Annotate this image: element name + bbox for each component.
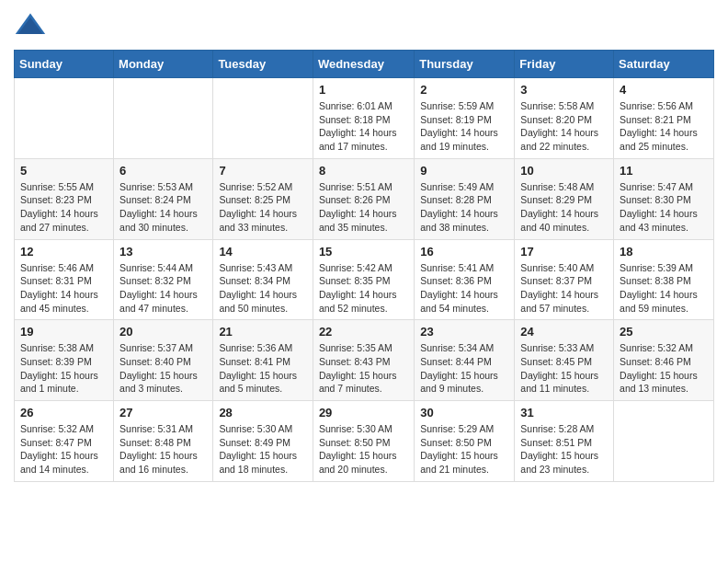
calendar-cell	[114, 78, 213, 159]
header-tuesday: Tuesday	[213, 51, 313, 78]
calendar-cell: 9Sunrise: 5:49 AM Sunset: 8:28 PM Daylig…	[415, 158, 515, 239]
day-info: Sunrise: 5:44 AM Sunset: 8:32 PM Dayligh…	[119, 261, 207, 316]
day-info: Sunrise: 5:28 AM Sunset: 8:51 PM Dayligh…	[520, 422, 608, 477]
day-number: 6	[119, 164, 207, 178]
day-number: 14	[219, 245, 307, 259]
day-info: Sunrise: 5:53 AM Sunset: 8:24 PM Dayligh…	[119, 180, 207, 235]
calendar-cell	[614, 401, 714, 482]
calendar-cell: 18Sunrise: 5:39 AM Sunset: 8:38 PM Dayli…	[614, 239, 714, 320]
day-info: Sunrise: 5:48 AM Sunset: 8:29 PM Dayligh…	[520, 180, 608, 235]
day-number: 11	[620, 164, 708, 178]
logo	[14, 9, 51, 42]
day-number: 23	[420, 325, 508, 339]
day-info: Sunrise: 5:59 AM Sunset: 8:19 PM Dayligh…	[420, 99, 508, 154]
calendar-cell: 11Sunrise: 5:47 AM Sunset: 8:30 PM Dayli…	[614, 158, 714, 239]
day-number: 16	[420, 245, 508, 259]
calendar-cell: 25Sunrise: 5:32 AM Sunset: 8:46 PM Dayli…	[614, 320, 714, 401]
day-info: Sunrise: 5:33 AM Sunset: 8:45 PM Dayligh…	[520, 341, 608, 396]
calendar-cell	[213, 78, 313, 159]
day-number: 31	[520, 406, 608, 419]
day-number: 22	[319, 325, 408, 339]
day-number: 15	[319, 245, 408, 259]
header-monday: Monday	[114, 51, 213, 78]
day-number: 28	[219, 406, 307, 419]
calendar-cell: 30Sunrise: 5:29 AM Sunset: 8:50 PM Dayli…	[415, 401, 515, 482]
day-info: Sunrise: 5:41 AM Sunset: 8:36 PM Dayligh…	[420, 261, 508, 316]
page-header	[14, 9, 714, 42]
day-info: Sunrise: 5:29 AM Sunset: 8:50 PM Dayligh…	[420, 422, 508, 477]
calendar-cell: 12Sunrise: 5:46 AM Sunset: 8:31 PM Dayli…	[15, 239, 114, 320]
header-wednesday: Wednesday	[313, 51, 414, 78]
header-sunday: Sunday	[15, 51, 114, 78]
calendar-cell: 24Sunrise: 5:33 AM Sunset: 8:45 PM Dayli…	[515, 320, 614, 401]
day-info: Sunrise: 5:31 AM Sunset: 8:48 PM Dayligh…	[119, 422, 207, 477]
day-info: Sunrise: 5:32 AM Sunset: 8:46 PM Dayligh…	[620, 341, 708, 396]
day-info: Sunrise: 5:32 AM Sunset: 8:47 PM Dayligh…	[20, 422, 108, 477]
day-info: Sunrise: 5:43 AM Sunset: 8:34 PM Dayligh…	[219, 261, 307, 316]
day-info: Sunrise: 5:42 AM Sunset: 8:35 PM Dayligh…	[319, 261, 408, 316]
day-info: Sunrise: 5:51 AM Sunset: 8:26 PM Dayligh…	[319, 180, 408, 235]
calendar-table: SundayMondayTuesdayWednesdayThursdayFrid…	[14, 50, 714, 482]
day-info: Sunrise: 5:56 AM Sunset: 8:21 PM Dayligh…	[620, 99, 708, 154]
calendar-cell: 31Sunrise: 5:28 AM Sunset: 8:51 PM Dayli…	[515, 401, 614, 482]
day-number: 5	[20, 164, 108, 178]
calendar-cell: 3Sunrise: 5:58 AM Sunset: 8:20 PM Daylig…	[515, 78, 614, 159]
day-number: 27	[119, 406, 207, 419]
calendar-cell: 14Sunrise: 5:43 AM Sunset: 8:34 PM Dayli…	[213, 239, 313, 320]
day-number: 24	[520, 325, 608, 339]
calendar-cell: 23Sunrise: 5:34 AM Sunset: 8:44 PM Dayli…	[415, 320, 515, 401]
calendar-cell: 1Sunrise: 6:01 AM Sunset: 8:18 PM Daylig…	[313, 78, 414, 159]
day-info: Sunrise: 5:52 AM Sunset: 8:25 PM Dayligh…	[219, 180, 307, 235]
calendar-week-4: 19Sunrise: 5:38 AM Sunset: 8:39 PM Dayli…	[15, 320, 714, 401]
day-info: Sunrise: 5:40 AM Sunset: 8:37 PM Dayligh…	[520, 261, 608, 316]
calendar-week-5: 26Sunrise: 5:32 AM Sunset: 8:47 PM Dayli…	[15, 401, 714, 482]
calendar-cell: 20Sunrise: 5:37 AM Sunset: 8:40 PM Dayli…	[114, 320, 213, 401]
calendar-week-1: 1Sunrise: 6:01 AM Sunset: 8:18 PM Daylig…	[15, 78, 714, 159]
day-info: Sunrise: 5:49 AM Sunset: 8:28 PM Dayligh…	[420, 180, 508, 235]
day-info: Sunrise: 5:55 AM Sunset: 8:23 PM Dayligh…	[20, 180, 108, 235]
calendar-cell: 2Sunrise: 5:59 AM Sunset: 8:19 PM Daylig…	[415, 78, 515, 159]
day-number: 8	[319, 164, 408, 178]
calendar-cell	[15, 78, 114, 159]
day-number: 2	[420, 83, 508, 97]
day-number: 1	[319, 83, 408, 97]
calendar-header-row: SundayMondayTuesdayWednesdayThursdayFrid…	[15, 51, 714, 78]
header-thursday: Thursday	[415, 51, 515, 78]
day-number: 17	[520, 245, 608, 259]
day-number: 13	[119, 245, 207, 259]
day-info: Sunrise: 5:38 AM Sunset: 8:39 PM Dayligh…	[20, 341, 108, 396]
day-number: 12	[20, 245, 108, 259]
header-saturday: Saturday	[614, 51, 714, 78]
calendar-cell: 27Sunrise: 5:31 AM Sunset: 8:48 PM Dayli…	[114, 401, 213, 482]
calendar-week-2: 5Sunrise: 5:55 AM Sunset: 8:23 PM Daylig…	[15, 158, 714, 239]
day-number: 3	[520, 83, 608, 97]
day-number: 26	[20, 406, 108, 419]
day-info: Sunrise: 6:01 AM Sunset: 8:18 PM Dayligh…	[319, 99, 408, 154]
calendar-cell: 29Sunrise: 5:30 AM Sunset: 8:50 PM Dayli…	[313, 401, 414, 482]
calendar-cell: 6Sunrise: 5:53 AM Sunset: 8:24 PM Daylig…	[114, 158, 213, 239]
calendar-cell: 7Sunrise: 5:52 AM Sunset: 8:25 PM Daylig…	[213, 158, 313, 239]
calendar-cell: 15Sunrise: 5:42 AM Sunset: 8:35 PM Dayli…	[313, 239, 414, 320]
day-info: Sunrise: 5:36 AM Sunset: 8:41 PM Dayligh…	[219, 341, 307, 396]
calendar-cell: 19Sunrise: 5:38 AM Sunset: 8:39 PM Dayli…	[15, 320, 114, 401]
day-number: 29	[319, 406, 408, 419]
calendar-cell: 26Sunrise: 5:32 AM Sunset: 8:47 PM Dayli…	[15, 401, 114, 482]
header-friday: Friday	[515, 51, 614, 78]
calendar-week-3: 12Sunrise: 5:46 AM Sunset: 8:31 PM Dayli…	[15, 239, 714, 320]
calendar-cell: 22Sunrise: 5:35 AM Sunset: 8:43 PM Dayli…	[313, 320, 414, 401]
day-info: Sunrise: 5:37 AM Sunset: 8:40 PM Dayligh…	[119, 341, 207, 396]
calendar-cell: 8Sunrise: 5:51 AM Sunset: 8:26 PM Daylig…	[313, 158, 414, 239]
day-number: 25	[620, 325, 708, 339]
day-info: Sunrise: 5:58 AM Sunset: 8:20 PM Dayligh…	[520, 99, 608, 154]
day-number: 10	[520, 164, 608, 178]
calendar-cell: 5Sunrise: 5:55 AM Sunset: 8:23 PM Daylig…	[15, 158, 114, 239]
calendar-cell: 16Sunrise: 5:41 AM Sunset: 8:36 PM Dayli…	[415, 239, 515, 320]
logo-icon	[14, 9, 47, 42]
calendar-cell: 10Sunrise: 5:48 AM Sunset: 8:29 PM Dayli…	[515, 158, 614, 239]
day-number: 18	[620, 245, 708, 259]
day-info: Sunrise: 5:35 AM Sunset: 8:43 PM Dayligh…	[319, 341, 408, 396]
day-info: Sunrise: 5:39 AM Sunset: 8:38 PM Dayligh…	[620, 261, 708, 316]
day-info: Sunrise: 5:30 AM Sunset: 8:49 PM Dayligh…	[219, 422, 307, 477]
day-info: Sunrise: 5:34 AM Sunset: 8:44 PM Dayligh…	[420, 341, 508, 396]
calendar-cell: 17Sunrise: 5:40 AM Sunset: 8:37 PM Dayli…	[515, 239, 614, 320]
